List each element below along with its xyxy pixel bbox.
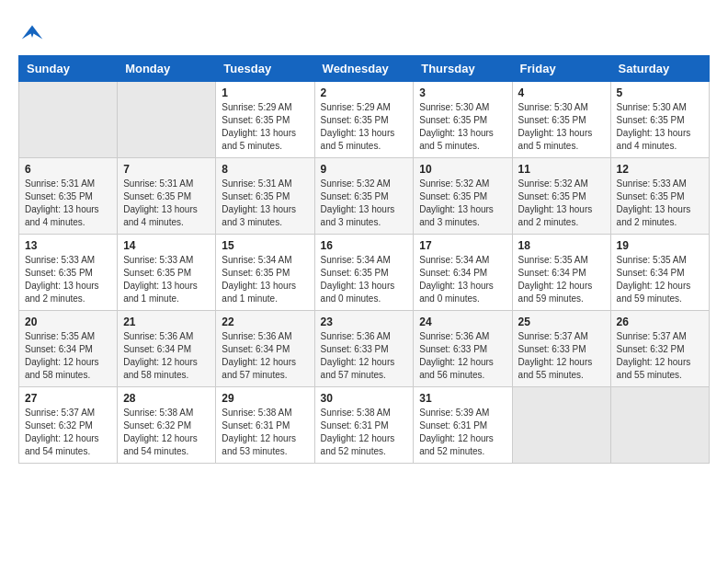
calendar-cell: 27Sunrise: 5:37 AM Sunset: 6:32 PM Dayli… [19,387,118,464]
calendar-cell: 30Sunrise: 5:38 AM Sunset: 6:31 PM Dayli… [314,387,414,464]
calendar-cell: 17Sunrise: 5:34 AM Sunset: 6:34 PM Dayli… [414,235,512,311]
day-info: Sunrise: 5:36 AM Sunset: 6:34 PM Dayligh… [222,330,308,382]
day-info: Sunrise: 5:34 AM Sunset: 6:35 PM Dayligh… [222,254,308,305]
day-info: Sunrise: 5:33 AM Sunset: 6:35 PM Dayligh… [123,254,210,305]
calendar-cell: 5Sunrise: 5:30 AM Sunset: 6:35 PM Daylig… [610,82,709,158]
day-number: 20 [25,316,111,328]
day-number: 23 [321,316,408,328]
day-info: Sunrise: 5:29 AM Sunset: 6:35 PM Dayligh… [222,101,308,153]
day-number: 7 [123,163,210,176]
calendar-week-row: 13Sunrise: 5:33 AM Sunset: 6:35 PM Dayli… [19,235,710,311]
day-number: 9 [321,163,408,176]
calendar-cell: 7Sunrise: 5:31 AM Sunset: 6:35 PM Daylig… [118,158,216,235]
day-number: 28 [123,392,210,405]
day-number: 3 [419,86,506,99]
calendar-cell: 21Sunrise: 5:36 AM Sunset: 6:34 PM Dayli… [118,311,216,387]
day-number: 17 [419,239,506,252]
day-info: Sunrise: 5:36 AM Sunset: 6:34 PM Dayligh… [123,330,210,382]
day-number: 1 [222,86,308,99]
day-info: Sunrise: 5:39 AM Sunset: 6:31 PM Dayligh… [419,407,506,458]
day-info: Sunrise: 5:38 AM Sunset: 6:31 PM Dayligh… [321,407,408,458]
day-number: 25 [518,316,605,328]
day-number: 19 [617,239,703,252]
calendar-cell: 14Sunrise: 5:33 AM Sunset: 6:35 PM Dayli… [118,235,216,311]
day-info: Sunrise: 5:30 AM Sunset: 6:35 PM Dayligh… [419,101,506,153]
day-number: 16 [321,239,408,252]
calendar-cell [19,82,118,158]
day-number: 10 [419,163,506,176]
weekday-header: Saturday [610,56,709,82]
calendar-cell: 19Sunrise: 5:35 AM Sunset: 6:34 PM Dayli… [610,235,709,311]
calendar-cell: 2Sunrise: 5:29 AM Sunset: 6:35 PM Daylig… [314,82,414,158]
day-info: Sunrise: 5:34 AM Sunset: 6:35 PM Dayligh… [321,254,408,305]
day-info: Sunrise: 5:35 AM Sunset: 6:34 PM Dayligh… [518,254,605,305]
day-number: 21 [123,316,210,328]
calendar-cell: 8Sunrise: 5:31 AM Sunset: 6:35 PM Daylig… [216,158,314,235]
day-info: Sunrise: 5:31 AM Sunset: 6:35 PM Dayligh… [123,178,210,229]
day-info: Sunrise: 5:32 AM Sunset: 6:35 PM Dayligh… [321,178,408,229]
day-number: 15 [222,239,308,252]
day-number: 26 [617,316,703,328]
calendar-cell: 23Sunrise: 5:36 AM Sunset: 6:33 PM Dayli… [314,311,414,387]
calendar-header-row: SundayMondayTuesdayWednesdayThursdayFrid… [19,56,710,82]
weekday-header: Friday [512,56,610,82]
weekday-header: Wednesday [314,56,414,82]
day-info: Sunrise: 5:36 AM Sunset: 6:33 PM Dayligh… [321,330,408,382]
weekday-header: Tuesday [216,56,314,82]
weekday-header: Sunday [19,56,118,82]
calendar-cell: 31Sunrise: 5:39 AM Sunset: 6:31 PM Dayli… [414,387,512,464]
day-number: 6 [25,163,111,176]
day-info: Sunrise: 5:30 AM Sunset: 6:35 PM Dayligh… [617,101,703,153]
calendar-cell: 16Sunrise: 5:34 AM Sunset: 6:35 PM Dayli… [314,235,414,311]
calendar-cell [512,387,610,464]
day-info: Sunrise: 5:33 AM Sunset: 6:35 PM Dayligh… [25,254,111,305]
calendar-cell: 12Sunrise: 5:33 AM Sunset: 6:35 PM Dayli… [610,158,709,235]
day-number: 11 [518,163,605,176]
calendar-cell: 1Sunrise: 5:29 AM Sunset: 6:35 PM Daylig… [216,82,314,158]
day-info: Sunrise: 5:30 AM Sunset: 6:35 PM Dayligh… [518,101,605,153]
day-info: Sunrise: 5:31 AM Sunset: 6:35 PM Dayligh… [25,178,111,229]
day-number: 5 [617,86,703,99]
calendar-cell: 4Sunrise: 5:30 AM Sunset: 6:35 PM Daylig… [512,82,610,158]
calendar-table: SundayMondayTuesdayWednesdayThursdayFrid… [18,55,710,464]
calendar-week-row: 1Sunrise: 5:29 AM Sunset: 6:35 PM Daylig… [19,82,710,158]
day-number: 2 [321,86,408,99]
calendar-cell: 22Sunrise: 5:36 AM Sunset: 6:34 PM Dayli… [216,311,314,387]
day-number: 18 [518,239,605,252]
calendar-cell [610,387,709,464]
calendar-cell: 24Sunrise: 5:36 AM Sunset: 6:33 PM Dayli… [414,311,512,387]
day-info: Sunrise: 5:35 AM Sunset: 6:34 PM Dayligh… [25,330,111,382]
calendar-cell: 18Sunrise: 5:35 AM Sunset: 6:34 PM Dayli… [512,235,610,311]
day-number: 30 [321,392,408,405]
day-info: Sunrise: 5:37 AM Sunset: 6:32 PM Dayligh… [25,407,111,458]
day-number: 31 [419,392,506,405]
calendar-cell [118,82,216,158]
day-info: Sunrise: 5:32 AM Sunset: 6:35 PM Dayligh… [518,178,605,229]
calendar-cell: 20Sunrise: 5:35 AM Sunset: 6:34 PM Dayli… [19,311,118,387]
day-info: Sunrise: 5:38 AM Sunset: 6:32 PM Dayligh… [123,407,210,458]
day-info: Sunrise: 5:35 AM Sunset: 6:34 PM Dayligh… [617,254,703,305]
day-number: 4 [518,86,605,99]
day-number: 8 [222,163,308,176]
calendar-cell: 13Sunrise: 5:33 AM Sunset: 6:35 PM Dayli… [19,235,118,311]
calendar-cell: 29Sunrise: 5:38 AM Sunset: 6:31 PM Dayli… [216,387,314,464]
calendar-cell: 3Sunrise: 5:30 AM Sunset: 6:35 PM Daylig… [414,82,512,158]
day-info: Sunrise: 5:37 AM Sunset: 6:32 PM Dayligh… [617,330,703,382]
calendar-cell: 6Sunrise: 5:31 AM Sunset: 6:35 PM Daylig… [19,158,118,235]
day-number: 27 [25,392,111,405]
day-info: Sunrise: 5:33 AM Sunset: 6:35 PM Dayligh… [617,178,703,229]
page-header [18,18,710,46]
weekday-header: Monday [118,56,216,82]
day-info: Sunrise: 5:38 AM Sunset: 6:31 PM Dayligh… [222,407,308,458]
calendar-week-row: 20Sunrise: 5:35 AM Sunset: 6:34 PM Dayli… [19,311,710,387]
calendar-cell: 9Sunrise: 5:32 AM Sunset: 6:35 PM Daylig… [314,158,414,235]
calendar-cell: 25Sunrise: 5:37 AM Sunset: 6:33 PM Dayli… [512,311,610,387]
calendar-cell: 10Sunrise: 5:32 AM Sunset: 6:35 PM Dayli… [414,158,512,235]
day-info: Sunrise: 5:36 AM Sunset: 6:33 PM Dayligh… [419,330,506,382]
calendar-cell: 15Sunrise: 5:34 AM Sunset: 6:35 PM Dayli… [216,235,314,311]
day-info: Sunrise: 5:31 AM Sunset: 6:35 PM Dayligh… [222,178,308,229]
calendar-cell: 26Sunrise: 5:37 AM Sunset: 6:32 PM Dayli… [610,311,709,387]
day-info: Sunrise: 5:37 AM Sunset: 6:33 PM Dayligh… [518,330,605,382]
calendar-week-row: 27Sunrise: 5:37 AM Sunset: 6:32 PM Dayli… [19,387,710,464]
day-number: 12 [617,163,703,176]
